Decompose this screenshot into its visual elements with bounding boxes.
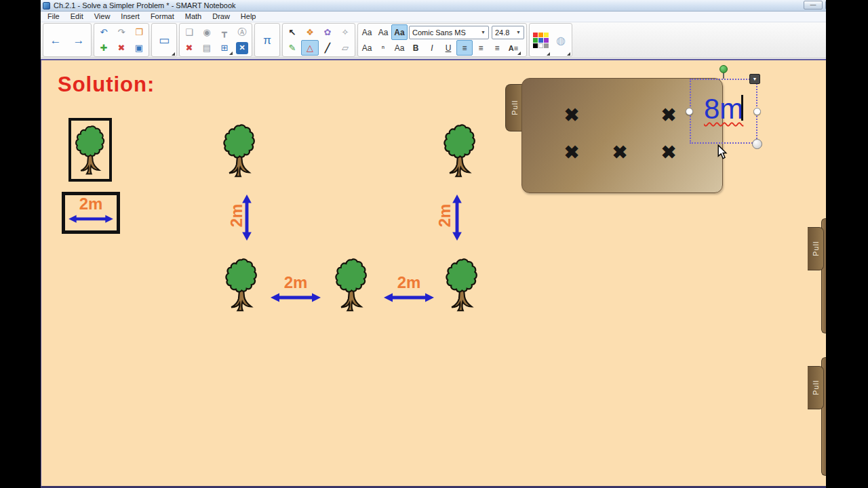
x-mark: ✖ <box>564 142 580 163</box>
x-mark: ✖ <box>612 142 628 163</box>
paste-button[interactable]: ❑ <box>180 24 198 40</box>
horizontal-arrow-icon[interactable] <box>270 291 321 304</box>
font-family-select[interactable]: Comic Sans MS ▼ <box>409 26 489 39</box>
panel-pull-tab[interactable]: Pull <box>505 84 524 131</box>
delete-page-button[interactable]: ✖ <box>113 40 130 56</box>
document-camera-button[interactable]: ┳ <box>216 24 233 40</box>
back-button[interactable]: ← <box>44 24 67 56</box>
compass-button[interactable]: Ⓐ <box>233 24 251 40</box>
redo-button[interactable]: ↷ <box>113 24 130 40</box>
tree-image[interactable] <box>333 256 370 314</box>
geometry-pen-button[interactable]: △ <box>301 40 319 56</box>
align-center-button[interactable]: ≡ <box>473 40 489 56</box>
tree-image[interactable] <box>443 256 480 314</box>
align-right-button[interactable]: ≡ <box>489 40 505 56</box>
text-properties-button[interactable]: A≡ <box>505 40 521 56</box>
font-size-select[interactable]: 24.8 ▼ <box>492 26 524 39</box>
resize-handle[interactable] <box>752 139 762 149</box>
text-caret <box>741 95 743 121</box>
tools-group: ↖ ✎ ❖ △ ✿ ╱ ✧ ▱ <box>282 23 355 57</box>
minimize-button[interactable]: — <box>804 1 823 9</box>
magic-pen-button[interactable]: ✧ <box>336 24 354 40</box>
subscript-button[interactable]: Aa <box>359 40 375 56</box>
spacing-label-horizontal: 2m <box>275 274 316 291</box>
add-page-button[interactable]: ✚ <box>95 40 113 56</box>
menu-math[interactable]: Math <box>180 12 207 22</box>
delete-button[interactable]: ✖ <box>180 40 198 56</box>
superscript-button[interactable]: ⁿ <box>375 40 391 56</box>
app-icon <box>43 2 50 9</box>
page-canvas[interactable]: Solution: 2m 2m <box>41 59 826 488</box>
math-group: π <box>254 23 280 57</box>
window-title: Ch.2.1 - Solve a Simpler Problem * - SMA… <box>54 1 236 9</box>
bold-button[interactable]: B <box>408 40 424 56</box>
spacing-label-vertical: 2m <box>228 195 245 236</box>
tree-image <box>73 123 107 177</box>
rotate-handle-stem <box>723 73 724 79</box>
exchange-x-icon: ✕ <box>236 42 248 54</box>
horizontal-arrow-icon[interactable] <box>383 291 435 304</box>
pens-button[interactable]: ✎ <box>283 40 301 56</box>
transparency-button[interactable]: ◍ <box>551 24 571 56</box>
screen-shade-button[interactable]: ▤ <box>198 40 216 56</box>
color-group: ◍ <box>529 23 572 57</box>
selection-handle-left[interactable] <box>686 108 693 115</box>
italic-button[interactable]: I <box>424 40 440 56</box>
shapes-button[interactable]: ❖ <box>301 24 319 40</box>
align-left-button[interactable]: ≡ <box>456 40 473 56</box>
menu-edit[interactable]: Edit <box>65 12 89 22</box>
select-tool-button[interactable]: ↖ <box>283 24 301 40</box>
table-button[interactable]: ⊞ <box>216 40 233 56</box>
dropdown-caret-icon: ▼ <box>516 30 521 35</box>
font-family-value: Comic Sans MS <box>412 28 466 37</box>
text-format-group: Aa Aa Aa Comic Sans MS ▼ 24.8 ▼ Aa ⁿ Aa … <box>357 23 527 57</box>
menu-file[interactable]: File <box>42 12 65 22</box>
forward-button[interactable]: → <box>67 24 90 56</box>
tree-image[interactable] <box>223 256 260 314</box>
color-palette-button[interactable] <box>530 24 551 56</box>
tree-image[interactable] <box>441 121 478 180</box>
font-color-button[interactable]: Aa <box>391 40 408 56</box>
open-file-button[interactable]: ❐ <box>130 24 148 40</box>
menu-format[interactable]: Format <box>145 12 180 22</box>
capture-button[interactable]: ◉ <box>198 24 216 40</box>
underline-button[interactable]: U <box>440 40 456 56</box>
spacing-label-horizontal: 2m <box>389 274 429 291</box>
text-large-button[interactable]: Aa <box>391 24 408 40</box>
smart-exchange-button[interactable]: ✕ <box>233 40 251 56</box>
dropdown-caret-icon: ▼ <box>481 30 486 35</box>
palette-icon <box>533 33 549 48</box>
tree-highlight-box[interactable] <box>68 118 112 182</box>
selection-handle-right[interactable] <box>753 108 761 115</box>
creative-pen-button[interactable]: ✿ <box>319 24 336 40</box>
menu-help[interactable]: Help <box>235 12 262 22</box>
menu-insert[interactable]: Insert <box>115 12 145 22</box>
screen-capture-button[interactable]: ▭ <box>153 24 176 56</box>
screen-group: ▭ <box>151 23 177 57</box>
undo-button[interactable]: ↶ <box>95 24 113 40</box>
spacing-label-vertical: 2m <box>436 195 454 236</box>
maximize-button[interactable] <box>825 1 826 9</box>
text-object-value[interactable]: 8m <box>704 94 743 124</box>
file-group: ↶ ✚ ↷ ✖ ❐ ▣ <box>94 23 149 57</box>
mouse-cursor-icon <box>717 144 728 159</box>
menu-view[interactable]: View <box>89 12 116 22</box>
rotate-handle[interactable] <box>719 65 728 73</box>
tree-image[interactable] <box>221 121 258 180</box>
save-button[interactable]: ▣ <box>130 40 148 56</box>
nav-group: ← → <box>43 23 92 57</box>
unit-legend-box[interactable]: 2m <box>62 192 120 234</box>
side-pull-tab[interactable]: Pull <box>808 227 824 270</box>
x-mark: ✖ <box>661 104 677 126</box>
math-tools-button[interactable]: π <box>256 24 279 56</box>
unit-label: 2m <box>79 195 103 213</box>
toolbar: ← → ↶ ✚ ↷ ✖ ❐ ▣ ▭ ❑ ✖ ◉ ▤ ┳ ⊞ Ⓐ ✕ π <box>41 22 826 58</box>
text-medium-button[interactable]: Aa <box>375 24 391 40</box>
eraser-button[interactable]: ▱ <box>336 40 354 56</box>
line-tool-button[interactable]: ╱ <box>319 40 336 56</box>
side-pull-tab[interactable]: Pull <box>808 366 824 409</box>
text-small-button[interactable]: Aa <box>359 24 375 40</box>
horizontal-arrow-icon <box>67 214 115 224</box>
object-menu-button[interactable]: ▼ <box>749 74 760 84</box>
menu-draw[interactable]: Draw <box>207 12 235 22</box>
